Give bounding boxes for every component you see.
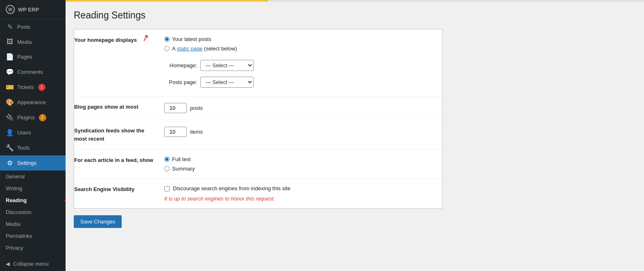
sidebar-item-users[interactable]: 👤 Users: [0, 125, 66, 140]
summary-label: Summary: [172, 166, 195, 172]
sidebar-item-label: Settings: [17, 160, 36, 166]
search-engine-row: Search Engine Visibility Discourage sear…: [74, 179, 442, 208]
wp-logo-icon: W: [6, 5, 15, 14]
summary-radio[interactable]: [164, 166, 170, 171]
blog-pages-row: Blog pages show at most posts: [74, 96, 442, 120]
summary-radio-row: Summary: [164, 166, 438, 172]
latest-posts-radio[interactable]: [164, 36, 170, 42]
submenu-item-privacy[interactable]: Privacy: [0, 242, 66, 254]
sidebar-item-comments[interactable]: 💬 Comments: [0, 64, 66, 80]
media-icon: 🖼: [6, 38, 14, 46]
tickets-icon: 🎫: [6, 83, 14, 91]
blog-pages-number-row: posts: [164, 103, 438, 113]
sidebar-item-tools[interactable]: 🔧 Tools: [0, 140, 66, 155]
static-page-radio-row: A static page (select below): [164, 46, 438, 52]
tickets-badge: 1: [38, 84, 45, 91]
latest-posts-radio-row: ↗ Your latest posts: [164, 36, 438, 42]
submenu-item-general[interactable]: General: [0, 171, 66, 182]
main-content: Reading Settings Your homepage displays …: [66, 0, 644, 271]
search-engine-label: Search Engine Visibility: [74, 185, 164, 194]
feed-display-radio-group: Full text Summary: [164, 156, 438, 172]
submenu-item-permalinks[interactable]: Permalinks: [0, 230, 66, 242]
sidebar-item-label: Posts: [17, 24, 31, 30]
sidebar-item-label: Plugins: [17, 114, 35, 121]
blog-pages-suffix: posts: [190, 105, 203, 111]
tools-icon: 🔧: [6, 144, 14, 152]
comments-icon: 💬: [6, 68, 14, 76]
settings-icon: ⚙: [6, 159, 14, 167]
collapse-menu-button[interactable]: ◀ Collapse menu: [0, 257, 66, 271]
content-area: Reading Settings Your homepage displays …: [66, 2, 644, 271]
sidebar-item-posts[interactable]: ✎ Posts: [0, 19, 66, 34]
homepage-select-label: Homepage:: [164, 62, 197, 68]
discourage-label: Discourage search engines from indexing …: [173, 185, 290, 191]
sidebar-item-media[interactable]: 🖼 Media: [0, 34, 66, 49]
sidebar-item-label: Media: [17, 39, 32, 45]
submenu-item-discussion[interactable]: Discussion: [0, 206, 66, 218]
posts-icon: ✎: [6, 23, 14, 31]
homepage-displays-row: Your homepage displays ↗ Your latest pos…: [74, 30, 442, 96]
submenu-item-reading[interactable]: Reading ➜: [0, 194, 66, 206]
sidebar-item-label: Users: [17, 130, 31, 136]
syndication-feeds-label: Syndication feeds show the most recent: [74, 127, 164, 143]
full-text-radio[interactable]: [164, 157, 170, 162]
users-icon: 👤: [6, 129, 14, 137]
posts-page-select[interactable]: — Select —: [200, 77, 254, 88]
syndication-feeds-control: items: [164, 127, 438, 137]
discourage-checkbox[interactable]: [164, 186, 170, 191]
sidebar-item-settings[interactable]: ⚙ Settings: [0, 155, 66, 171]
sidebar-item-plugins[interactable]: 🔌 Plugins 2: [0, 110, 66, 125]
homepage-displays-control: ↗ Your latest posts A static page (selec…: [164, 36, 438, 89]
homepage-radio-group: ↗ Your latest posts A static page (selec…: [164, 36, 438, 52]
sidebar-item-label: Tools: [17, 145, 29, 151]
posts-page-select-row: Posts page: — Select —: [164, 75, 438, 89]
syndication-feeds-suffix: items: [190, 129, 203, 135]
appearance-icon: 🎨: [6, 98, 14, 106]
sidebar-logo-text: WP ERP: [18, 7, 39, 13]
static-page-label: A static page (select below): [172, 46, 237, 52]
homepage-displays-label: Your homepage displays: [74, 36, 164, 44]
syndication-feeds-row: Syndication feeds show the most recent i…: [74, 120, 442, 150]
static-page-radio[interactable]: [164, 46, 170, 51]
syndication-feeds-input[interactable]: [164, 127, 187, 137]
sidebar-item-pages[interactable]: 📄 Pages: [0, 49, 66, 64]
feed-display-row: For each article in a feed, show Full te…: [74, 150, 442, 179]
pages-icon: 📄: [6, 53, 14, 61]
collapse-label: Collapse menu: [13, 261, 49, 267]
static-page-link[interactable]: static page: [177, 46, 203, 52]
sidebar-item-label: Pages: [17, 54, 32, 60]
sidebar-item-label: Tickets: [17, 84, 34, 90]
sidebar-item-label: Appearance: [17, 99, 46, 105]
latest-posts-label: Your latest posts: [172, 36, 211, 42]
save-changes-button[interactable]: Save Changes: [74, 215, 122, 228]
feed-display-control: Full text Summary: [164, 156, 438, 172]
collapse-icon: ◀: [6, 261, 10, 267]
settings-submenu: General Writing Reading ➜ Discussion Med…: [0, 171, 66, 254]
homepage-select-row: Homepage: — Select —: [164, 58, 438, 73]
submenu-item-media[interactable]: Media: [0, 218, 66, 230]
blog-pages-label: Blog pages show at most: [74, 103, 164, 111]
sidebar-item-label: Comments: [17, 69, 43, 75]
plugins-badge: 2: [39, 114, 46, 121]
feed-display-label: For each article in a feed, show: [74, 156, 164, 164]
blog-pages-input[interactable]: [164, 103, 187, 113]
sidebar-item-tickets[interactable]: 🎫 Tickets 1: [0, 80, 66, 95]
search-engine-checkbox-row: Discourage search engines from indexing …: [164, 185, 438, 191]
posts-page-select-label: Posts page:: [164, 79, 197, 85]
submenu-item-writing[interactable]: Writing: [0, 182, 66, 194]
plugins-icon: 🔌: [6, 114, 14, 121]
full-text-label: Full text: [172, 156, 191, 162]
sidebar-item-appearance[interactable]: 🎨 Appearance: [0, 95, 66, 110]
sidebar-logo[interactable]: W WP ERP: [0, 0, 66, 19]
blog-pages-control: posts: [164, 103, 438, 113]
search-engine-control: Discourage search engines from indexing …: [164, 185, 438, 202]
full-text-radio-row: Full text: [164, 156, 438, 162]
sidebar: W WP ERP ✎ Posts 🖼 Media 📄 Pages 💬 Comme…: [0, 0, 66, 271]
page-title: Reading Settings: [74, 10, 632, 21]
search-engine-hint: It is up to search engines to honor this…: [164, 196, 438, 202]
reading-arrow-icon: ➜: [63, 196, 66, 205]
homepage-select[interactable]: — Select —: [200, 60, 254, 71]
syndication-feeds-number-row: items: [164, 127, 438, 137]
